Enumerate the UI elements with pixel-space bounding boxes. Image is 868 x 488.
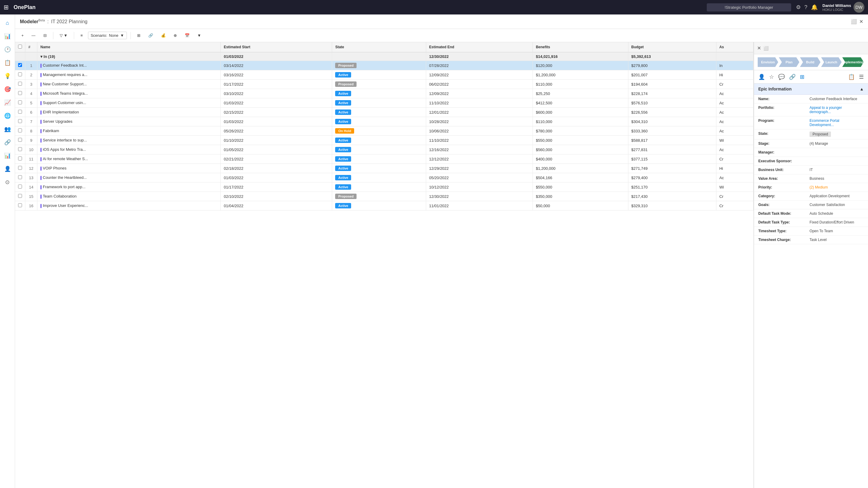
- row-checkbox[interactable]: [15, 70, 25, 80]
- scenario-selector[interactable]: Scenario: None ▼: [88, 32, 127, 39]
- row-checkbox[interactable]: [15, 126, 25, 136]
- notification-icon[interactable]: 🔔: [811, 4, 818, 10]
- row-name[interactable]: Counter the Heartbleed...: [37, 173, 221, 182]
- row-name[interactable]: VOIP Phones: [37, 164, 221, 173]
- filter-button[interactable]: ▽ ▼: [57, 32, 70, 39]
- row-name[interactable]: Ai for remote Weather S...: [37, 154, 221, 164]
- header-estimated-end[interactable]: Estimated End: [426, 42, 532, 52]
- sidebar-item-user[interactable]: 👤: [1, 163, 13, 175]
- epic-info-section-header[interactable]: Epic Information ▲: [754, 84, 868, 95]
- table-row[interactable]: 8 Fabrikam 05/26/2022 On Hold 10/06/2022…: [15, 126, 753, 136]
- row-name[interactable]: New Customer Support...: [37, 80, 221, 89]
- row-checkbox[interactable]: [15, 108, 25, 117]
- sidebar-item-portfolio[interactable]: 📊: [1, 30, 13, 42]
- sidebar-item-network[interactable]: 🌐: [1, 110, 13, 122]
- table-row[interactable]: 2 Management requires a... 03/16/2022 Ac…: [15, 70, 753, 80]
- row-checkbox[interactable]: [15, 192, 25, 201]
- row-name[interactable]: Team Collaboration: [37, 192, 221, 201]
- close-icon[interactable]: ✕: [859, 19, 863, 24]
- search-bar[interactable]: !Strategic Portfolio Manager: [707, 3, 791, 11]
- remove-button[interactable]: —: [29, 32, 38, 39]
- tab-teams-icon[interactable]: ⊞: [799, 73, 806, 81]
- header-state[interactable]: State: [332, 42, 426, 52]
- collapse-button[interactable]: ⊟: [41, 32, 50, 39]
- tab-share-icon[interactable]: 🔗: [788, 73, 797, 81]
- row-name[interactable]: Customer Feedback Int...: [37, 61, 221, 70]
- table-row[interactable]: 16 Improve User Experienc... 01/04/2022 …: [15, 201, 753, 210]
- help-icon[interactable]: ?: [804, 4, 807, 10]
- tab-comment-icon[interactable]: 💬: [777, 73, 786, 81]
- tab-menu-icon[interactable]: ☰: [858, 73, 865, 81]
- row-checkbox[interactable]: [15, 182, 25, 192]
- row-checkbox[interactable]: [15, 80, 25, 89]
- table-row[interactable]: 7 Server Upgrades 01/03/2022 Active 10/2…: [15, 117, 753, 126]
- row-checkbox[interactable]: [15, 145, 25, 154]
- hierarchy-view-button[interactable]: ⊕: [171, 32, 180, 39]
- table-row[interactable]: 1 Customer Feedback Int... 03/14/2022 Pr…: [15, 61, 753, 70]
- table-row[interactable]: 14 Framework to port app... 01/17/2022 A…: [15, 182, 753, 192]
- add-button[interactable]: +: [19, 32, 27, 39]
- sidebar-item-settings[interactable]: ⊙: [1, 176, 13, 188]
- sidebar-item-people[interactable]: 👥: [1, 123, 13, 135]
- table-row[interactable]: 10 iOS Apps for Metro Tra... 01/05/2022 …: [15, 145, 753, 154]
- sidebar-item-modeler[interactable]: 📋: [1, 57, 13, 69]
- grid-icon[interactable]: ⊞: [4, 4, 9, 11]
- row-checkbox[interactable]: [15, 164, 25, 173]
- header-budget[interactable]: Budget: [628, 42, 716, 52]
- table-row[interactable]: 9 Service interface to sup... 01/10/2022…: [15, 136, 753, 145]
- table-row[interactable]: 13 Counter the Heartbleed... 01/03/2022 …: [15, 173, 753, 182]
- cost-view-button[interactable]: 💰: [158, 32, 168, 39]
- tab-form-icon[interactable]: 📋: [847, 73, 856, 81]
- panel-close-button[interactable]: ✕: [757, 45, 761, 51]
- row-checkbox[interactable]: [15, 89, 25, 98]
- header-estimated-start[interactable]: Estimated Start: [221, 42, 332, 52]
- panel-expand-icon[interactable]: ⬜: [764, 46, 769, 51]
- row-name[interactable]: Management requires a...: [37, 70, 221, 80]
- tab-person-icon[interactable]: 👤: [757, 73, 766, 81]
- header-as[interactable]: As: [716, 42, 753, 52]
- sidebar-item-ideas[interactable]: 💡: [1, 70, 13, 82]
- stage-build[interactable]: Build: [800, 57, 820, 67]
- user-avatar[interactable]: DW: [854, 2, 864, 13]
- stage-launch[interactable]: Launch: [821, 57, 841, 67]
- table-row[interactable]: 12 VOIP Phones 02/18/2022 Active 12/29/2…: [15, 164, 753, 173]
- calendar-view-button[interactable]: 📅: [182, 32, 192, 39]
- row-name[interactable]: Support Customer usin...: [37, 98, 221, 108]
- sidebar-item-connections[interactable]: 🔗: [1, 136, 13, 148]
- table-row[interactable]: 5 Support Customer usin... 01/03/2022 Ac…: [15, 98, 753, 108]
- stage-implementing[interactable]: Implementing: [842, 57, 864, 67]
- row-checkbox[interactable]: [15, 154, 25, 164]
- row-checkbox[interactable]: [15, 61, 25, 70]
- info-value-link[interactable]: Ecommerce Portal Development...: [809, 118, 839, 127]
- row-checkbox[interactable]: [15, 117, 25, 126]
- table-row[interactable]: 15 Team Collaboration 02/10/2022 Propose…: [15, 192, 753, 201]
- more-views-button[interactable]: ▼: [195, 32, 204, 39]
- row-name[interactable]: EHR Implementation: [37, 108, 221, 117]
- row-name[interactable]: Framework to port app...: [37, 182, 221, 192]
- sidebar-item-reports[interactable]: 📈: [1, 96, 13, 109]
- row-name[interactable]: Fabrikam: [37, 126, 221, 136]
- sidebar-item-home[interactable]: ⌂: [1, 17, 13, 29]
- row-checkbox[interactable]: [15, 201, 25, 210]
- expand-icon[interactable]: ⬜: [851, 19, 857, 24]
- row-name[interactable]: Service interface to sup...: [37, 136, 221, 145]
- info-value-link[interactable]: Appeal to a younger demograph...: [809, 106, 842, 114]
- row-checkbox[interactable]: [15, 173, 25, 182]
- stage-plan[interactable]: Plan: [779, 57, 799, 67]
- header-checkbox[interactable]: [15, 42, 25, 52]
- row-name[interactable]: Improve User Experienc...: [37, 201, 221, 210]
- info-priority-value[interactable]: (2) Medium: [809, 185, 828, 190]
- row-name[interactable]: Server Upgrades: [37, 117, 221, 126]
- table-row[interactable]: 6 EHR Implementation 02/15/2022 Active 1…: [15, 108, 753, 117]
- sidebar-item-charts[interactable]: 📊: [1, 150, 13, 162]
- group-label[interactable]: ▾ In (19): [37, 52, 221, 61]
- list-view-button[interactable]: ≡: [78, 32, 86, 39]
- row-name[interactable]: Microsoft Teams Integra...: [37, 89, 221, 98]
- row-name[interactable]: iOS Apps for Metro Tra...: [37, 145, 221, 154]
- table-row[interactable]: 11 Ai for remote Weather S... 02/21/2022…: [15, 154, 753, 164]
- row-checkbox[interactable]: [15, 136, 25, 145]
- table-row[interactable]: 4 Microsoft Teams Integra... 03/10/2022 …: [15, 89, 753, 98]
- link-view-button[interactable]: 🔗: [146, 32, 156, 39]
- header-name[interactable]: Name: [37, 42, 221, 52]
- stage-envision[interactable]: Envision: [758, 57, 778, 67]
